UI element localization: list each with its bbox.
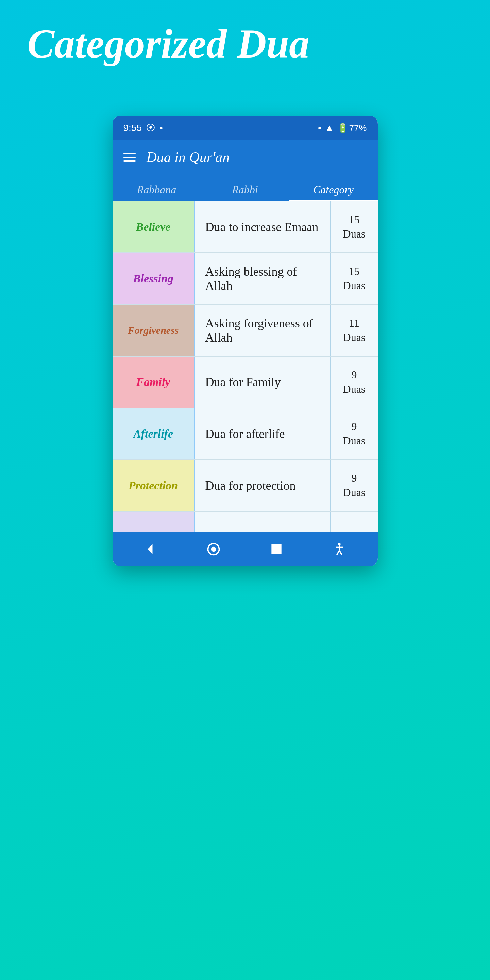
category-row-family[interactable]: Family Dua for Family 9 Duas [113,356,378,408]
tab-rabbi[interactable]: Rabbi [201,178,289,202]
status-dot2: • [160,123,163,134]
tabs-bar: Rabbana Rabbi Category [113,174,378,202]
status-dot1: ⦿ [146,123,155,134]
category-label-extra [113,512,194,532]
category-desc-believe: Dua to increase Emaan [194,202,330,253]
status-bar: 9:55 ⦿ • • ▲ 🔋 77% [113,116,378,140]
status-time: 9:55 [124,123,142,134]
svg-line-8 [339,550,342,555]
svg-marker-0 [147,544,153,554]
category-label-family: Family [113,356,194,408]
signal-icon: ▲ [325,123,334,134]
category-row-believe[interactable]: Believe Dua to increase Emaan 15 Duas [113,202,378,253]
category-count-extra [330,512,378,531]
category-count-believe: 15 Duas [330,202,378,253]
category-desc-extra [194,512,330,531]
phone-mockup: 9:55 ⦿ • • ▲ 🔋 77% Dua in Qur'an Rabbana… [113,116,378,566]
nav-back-button[interactable] [140,538,162,560]
category-row-afterlife[interactable]: Afterlife Dua for afterlife 9 Duas [113,408,378,460]
status-left: 9:55 ⦿ • [124,123,163,134]
category-label-forgiveness: Forgiveness [113,305,194,356]
category-count-afterlife: 9 Duas [330,408,378,460]
hamburger-line3 [124,160,136,162]
category-list: Believe Dua to increase Emaan 15 Duas Bl… [113,202,378,532]
nav-recent-button[interactable] [266,538,287,560]
status-dot3: • [318,123,321,134]
hamburger-line2 [124,156,136,158]
category-count-protection: 9 Duas [330,460,378,511]
category-row-blessing[interactable]: Blessing Asking blessing of Allah 15 Dua… [113,253,378,305]
category-desc-family: Dua for Family [194,356,330,408]
category-row-protection[interactable]: Protection Dua for protection 9 Duas [113,460,378,512]
category-desc-protection: Dua for protection [194,460,330,511]
category-desc-forgiveness: Asking forgiveness of Allah [194,305,330,356]
page-title: Categorized Dua [27,21,309,67]
nav-home-button[interactable] [203,538,224,560]
status-right: • ▲ 🔋 77% [318,123,367,134]
battery-icon: 🔋 77% [337,123,366,134]
hamburger-line1 [124,153,136,154]
svg-point-2 [211,547,216,552]
category-label-blessing: Blessing [113,253,194,304]
app-bar-title: Dua in Qur'an [147,149,230,165]
category-desc-afterlife: Dua for afterlife [194,408,330,460]
category-label-believe: Believe [113,202,194,253]
svg-rect-3 [271,544,281,554]
category-row-forgiveness[interactable]: Forgiveness Asking forgiveness of Allah … [113,305,378,356]
category-count-blessing: 15 Duas [330,253,378,304]
tab-rabbana[interactable]: Rabbana [113,178,201,202]
app-bar: Dua in Qur'an [113,140,378,174]
category-label-afterlife: Afterlife [113,408,194,460]
category-row-extra[interactable] [113,512,378,532]
category-count-forgiveness: 11 Duas [330,305,378,356]
svg-line-7 [337,550,339,555]
nav-accessibility-button[interactable] [328,538,350,560]
category-count-family: 9 Duas [330,356,378,408]
category-label-protection: Protection [113,460,194,511]
svg-point-4 [338,543,340,546]
menu-button[interactable] [124,153,136,162]
bottom-nav [113,532,378,566]
category-desc-blessing: Asking blessing of Allah [194,253,330,304]
tab-category[interactable]: Category [289,178,378,202]
